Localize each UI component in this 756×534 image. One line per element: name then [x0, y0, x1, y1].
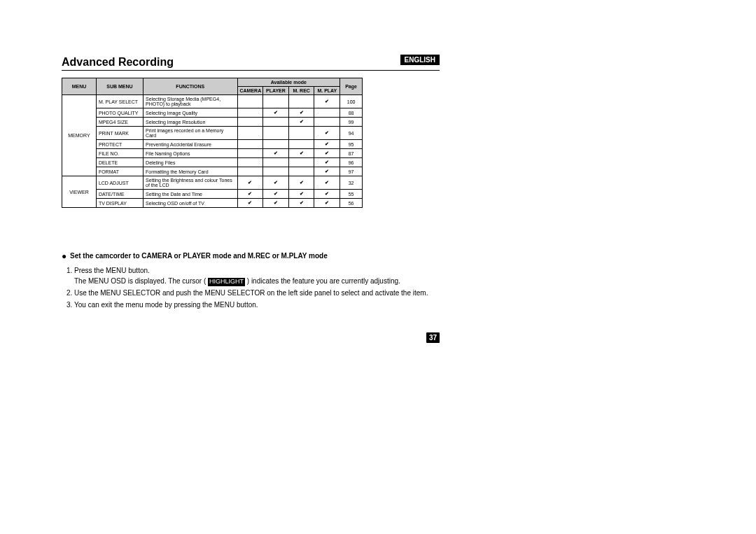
page-cell: 96 [340, 158, 363, 167]
submenu-cell: TV DISPLAY [96, 199, 143, 208]
function-cell: Setting the Brightness and colour Tones … [144, 176, 237, 190]
submenu-cell: FORMAT [96, 167, 143, 176]
instruction-heading-text: Set the camcorder to CAMERA or PLAYER mo… [70, 252, 328, 260]
table-row: DELETEDeleting Files✔96 [62, 158, 363, 167]
page-cell: 32 [340, 176, 363, 190]
mode-cell [288, 158, 314, 167]
function-cell: Selecting Storage Media (MPEG4, PHOTO) t… [144, 95, 237, 108]
mode-cell: ✔ [263, 190, 289, 199]
page-cell: 97 [340, 167, 363, 176]
submenu-cell: FILE NO. [96, 149, 143, 158]
mode-cell: ✔ [288, 176, 314, 190]
submenu-cell: PHOTO QUALITY [96, 108, 143, 118]
table-row: PRINT MARKPrint images recorded on a Mem… [62, 127, 363, 140]
mode-cell [263, 167, 289, 176]
mode-cell [237, 108, 263, 118]
mode-cell: ✔ [314, 190, 340, 199]
th-functions: FUNCTIONS [144, 78, 237, 95]
mode-cell: ✔ [288, 118, 314, 127]
mode-cell [288, 95, 314, 108]
function-cell: Preventing Accidental Erasure [144, 140, 237, 149]
th-mrec: M. REC [288, 87, 314, 95]
step-2: Use the MENU SELECTOR and push the MENU … [74, 288, 440, 298]
mode-cell [237, 167, 263, 176]
page-cell: 95 [340, 140, 363, 149]
table-row: PROTECTPreventing Accidental Erasure✔95 [62, 140, 363, 149]
mode-cell [237, 118, 263, 127]
page-cell: 99 [340, 118, 363, 127]
settings-table: MENU SUB MENU FUNCTIONS Available mode P… [62, 78, 363, 208]
instruction-heading: ● Set the camcorder to CAMERA or PLAYER … [62, 250, 440, 262]
mode-cell: ✔ [288, 199, 314, 208]
th-player: PLAYER [263, 87, 289, 95]
menu-cell: MEMORY [62, 95, 97, 176]
table-row: MPEG4 SIZESelecting Image Resolution✔99 [62, 118, 363, 127]
table-row: FORMATFormatting the Memory Card✔97 [62, 167, 363, 176]
th-submenu: SUB MENU [96, 78, 143, 95]
step-1b-pre: The MENU OSD is displayed. The cursor ( [74, 277, 208, 285]
mode-cell [263, 127, 289, 140]
mode-cell [314, 108, 340, 118]
mode-cell [237, 149, 263, 158]
function-cell: Selecting Image Resolution [144, 118, 237, 127]
language-badge: ENGLISH [400, 55, 440, 65]
highlight-box: HIGHLIGHT [208, 278, 245, 286]
page-cell: 55 [340, 190, 363, 199]
mode-cell [237, 140, 263, 149]
th-page: Page [340, 78, 363, 95]
mode-cell [288, 167, 314, 176]
th-menu: MENU [62, 78, 97, 95]
page-cell: 87 [340, 149, 363, 158]
page-cell: 100 [340, 95, 363, 108]
mode-cell [288, 127, 314, 140]
submenu-cell: PRINT MARK [96, 127, 143, 140]
mode-cell [263, 140, 289, 149]
mode-cell: ✔ [237, 199, 263, 208]
function-cell: Setting the Date and Time [144, 190, 237, 199]
mode-cell: ✔ [288, 149, 314, 158]
mode-cell [237, 127, 263, 140]
step-1-text: Press the MENU button. [74, 267, 150, 274]
mode-cell [237, 158, 263, 167]
submenu-cell: MPEG4 SIZE [96, 118, 143, 127]
function-cell: File Naming Options [144, 149, 237, 158]
step-1: Press the MENU button. The MENU OSD is d… [74, 265, 440, 286]
mode-cell: ✔ [314, 149, 340, 158]
th-available-mode: Available mode [237, 78, 340, 87]
page-cell: 94 [340, 127, 363, 140]
mode-cell: ✔ [314, 158, 340, 167]
table-row: VIEWERLCD ADJUSTSetting the Brightness a… [62, 176, 363, 190]
title-underline [62, 70, 440, 71]
function-cell: Selecting Image Quality [144, 108, 237, 118]
mode-cell: ✔ [237, 176, 263, 190]
mode-cell: ✔ [314, 140, 340, 149]
instructions: ● Set the camcorder to CAMERA or PLAYER … [62, 250, 440, 310]
bullet-icon: ● [62, 251, 66, 261]
mode-cell [263, 118, 289, 127]
submenu-cell: LCD ADJUST [96, 176, 143, 190]
table-row: TV DISPLAYSelecting OSD on/off of TV✔✔✔✔… [62, 199, 363, 208]
mode-cell: ✔ [314, 167, 340, 176]
mode-cell: ✔ [314, 199, 340, 208]
mode-cell: ✔ [314, 176, 340, 190]
submenu-cell: PROTECT [96, 140, 143, 149]
step-1b-post: ) indicates the feature you are currentl… [245, 277, 400, 285]
mode-cell: ✔ [314, 95, 340, 108]
page-cell: 88 [340, 108, 363, 118]
function-cell: Print images recorded on a Memory Card [144, 127, 237, 140]
function-cell: Selecting OSD on/off of TV [144, 199, 237, 208]
mode-cell: ✔ [288, 190, 314, 199]
page-cell: 56 [340, 199, 363, 208]
submenu-cell: DATE/TIME [96, 190, 143, 199]
table-row: MEMORYM. PLAY SELECTSelecting Storage Me… [62, 95, 363, 108]
th-camera: CAMERA [237, 87, 263, 95]
section-title: Advanced Recording [62, 56, 440, 69]
menu-cell: VIEWER [62, 176, 97, 208]
mode-cell: ✔ [263, 176, 289, 190]
table-row: FILE NO.File Naming Options✔✔✔87 [62, 149, 363, 158]
submenu-cell: DELETE [96, 158, 143, 167]
mode-cell [314, 118, 340, 127]
function-cell: Formatting the Memory Card [144, 167, 237, 176]
mode-cell: ✔ [314, 127, 340, 140]
mode-cell: ✔ [263, 199, 289, 208]
